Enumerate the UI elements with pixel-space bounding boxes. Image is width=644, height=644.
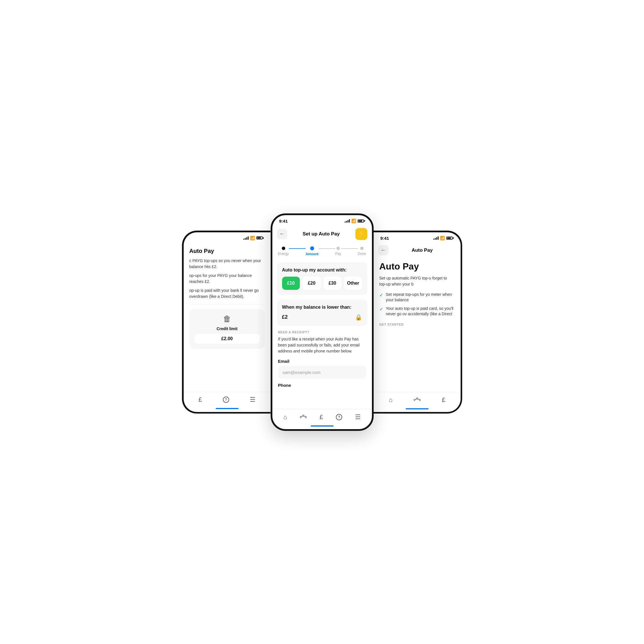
status-time-center: 9:41 (279, 219, 288, 223)
amount-buttons-group: £10 £20 £30 Other (282, 277, 362, 290)
svg-line-3 (301, 416, 303, 417)
tab-nodes-right[interactable] (411, 397, 423, 403)
left-text-1: c PAYG top-ups so you never when your ba… (189, 258, 265, 270)
step-dot-energy (282, 247, 285, 250)
right-main-content: Auto Pay Set up automatic PAYG top-u for… (374, 258, 461, 328)
svg-point-7 (419, 399, 421, 401)
phone-label: Phone (278, 383, 366, 388)
status-icons-right: 📶 (433, 236, 454, 240)
svg-point-5 (414, 399, 415, 401)
amount-btn-20[interactable]: £20 (303, 277, 321, 290)
left-phone-content: Auto Pay c PAYG top-ups so you never whe… (184, 242, 271, 409)
trash-icon: 🗑 (223, 314, 231, 324)
tab-pound-left[interactable]: £ (196, 395, 204, 405)
tab-bar-left: £ ? ☰ (184, 392, 271, 409)
step-line-3 (341, 248, 358, 249)
svg-line-8 (415, 399, 417, 400)
balance-value: £2 (282, 314, 288, 320)
screens-container: 📶 Auto Pay c PAYG top-ups so you never w… (165, 213, 479, 431)
amount-btn-other[interactable]: Other (344, 277, 362, 290)
left-text-3: op-up is paid with your bank ll never go… (189, 288, 265, 300)
status-icons-center: 📶 (345, 219, 365, 223)
tab-menu-center[interactable]: ☰ (353, 412, 363, 422)
phone-center: 9:41 📶 ← Set up Auto Pay ⚡ (271, 213, 374, 431)
topup-amount-card: Auto top-up my account with: £10 £20 £30… (277, 262, 367, 295)
check-list: ✓ Set repeat top-ups for yo meter when y… (379, 292, 455, 317)
svg-point-2 (306, 416, 307, 418)
check-text-1: Set repeat top-ups for yo meter when you… (386, 292, 455, 303)
tab-menu-left[interactable]: ☰ (247, 395, 258, 405)
tab-home-center[interactable]: ⌂ (281, 412, 289, 422)
step-label-done: Done (358, 252, 366, 256)
battery-icon-left (256, 236, 264, 239)
wifi-icon-left: 📶 (250, 236, 255, 240)
amount-btn-10[interactable]: £10 (282, 277, 300, 290)
tab-help-center[interactable]: ? (334, 413, 344, 421)
signal-icon-left (243, 236, 249, 240)
receipt-desc: If you'd like a receipt when your Auto P… (278, 336, 366, 354)
balance-threshold-card: When my balance is lower than: £2 🔒 (277, 300, 367, 326)
left-page-title: Auto Pay (189, 248, 265, 254)
status-bar-right: 9:41 📶 (374, 232, 461, 242)
left-text-2: op-ups for your PAYG your balance reache… (189, 273, 265, 285)
lightning-icon: ⚡ (357, 230, 365, 238)
right-phone-content: ← Auto Pay Auto Pay Set up automatic PAY… (374, 242, 461, 409)
back-button-center[interactable]: ← (277, 229, 287, 239)
topup-card-title: Auto top-up my account with: (282, 267, 362, 273)
tab-pound-right[interactable]: £ (439, 395, 447, 405)
lightning-button[interactable]: ⚡ (355, 228, 367, 240)
step-line-2 (318, 248, 335, 249)
status-bar-left: 📶 (184, 232, 271, 242)
nav-title-right: Auto Pay (389, 247, 456, 253)
receipt-section: NEED A RECEIPT? If you'd like a receipt … (277, 330, 367, 388)
left-divider (189, 304, 265, 304)
step-dot-pay (336, 247, 340, 250)
progress-stepper: Energy Amount Pay Done (272, 243, 372, 259)
check-item-2: ✓ Your auto top-up is paid card, so you'… (379, 306, 455, 317)
svg-point-6 (417, 398, 418, 399)
tab-help-left[interactable]: ? (221, 395, 231, 404)
right-main-desc: Set up automatic PAYG top-u forget to to… (379, 275, 455, 287)
step-label-amount: Amount (306, 252, 318, 256)
step-label-pay: Pay (335, 252, 341, 256)
nav-title-center: Set up Auto Pay (287, 231, 355, 237)
signal-icon-right (433, 236, 439, 240)
amount-btn-30[interactable]: £30 (324, 277, 342, 290)
nodes-icon-right (414, 398, 421, 402)
checkmark-icon-1: ✓ (379, 292, 383, 298)
svg-point-1 (303, 415, 304, 416)
tab-home-right[interactable]: ⌂ (387, 395, 395, 405)
battery-icon-right (446, 237, 454, 240)
right-page-title: Auto Pay (379, 261, 455, 272)
checkmark-icon-2: ✓ (379, 306, 383, 312)
email-input[interactable]: sam@example.com (278, 366, 366, 379)
svg-point-0 (300, 416, 301, 418)
check-item-1: ✓ Set repeat top-ups for yo meter when y… (379, 292, 455, 303)
help-icon-center: ? (336, 414, 342, 420)
step-energy: Energy (278, 247, 289, 256)
lock-icon: 🔒 (355, 314, 362, 321)
nav-bar-right: ← Auto Pay (374, 242, 461, 258)
step-pay: Pay (335, 247, 341, 256)
svg-line-4 (304, 416, 306, 417)
status-time-right: 9:41 (381, 236, 389, 241)
phone-left: 📶 Auto Pay c PAYG top-ups so you never w… (182, 231, 271, 414)
left-card: 🗑 Credit limit £2.00 (189, 309, 265, 349)
receipt-label: NEED A RECEIPT? (278, 330, 366, 334)
balance-row: £2 🔒 (282, 314, 362, 321)
tab-pound-center[interactable]: £ (317, 412, 325, 422)
tab-bar-center: ⌂ £ ? ☰ (272, 409, 372, 427)
wifi-icon-right: 📶 (440, 236, 445, 240)
center-phone-content: ← Set up Auto Pay ⚡ Energy Amount (272, 225, 372, 427)
tab-nodes-center[interactable] (298, 414, 309, 421)
step-line-1 (289, 248, 306, 249)
step-dot-amount (310, 246, 314, 250)
check-text-2: Your auto top-up is paid card, so you'll… (386, 306, 455, 317)
nav-bar-center: ← Set up Auto Pay ⚡ (272, 225, 372, 243)
step-label-energy: Energy (278, 252, 289, 256)
credit-limit-label: Credit limit (217, 326, 237, 331)
phone-right: 9:41 📶 ← Auto Pay Auto Pay Set up au (374, 231, 462, 414)
signal-icon-center (345, 219, 350, 223)
back-button-right[interactable]: ← (378, 245, 389, 255)
balance-card-title: When my balance is lower than: (282, 305, 362, 310)
